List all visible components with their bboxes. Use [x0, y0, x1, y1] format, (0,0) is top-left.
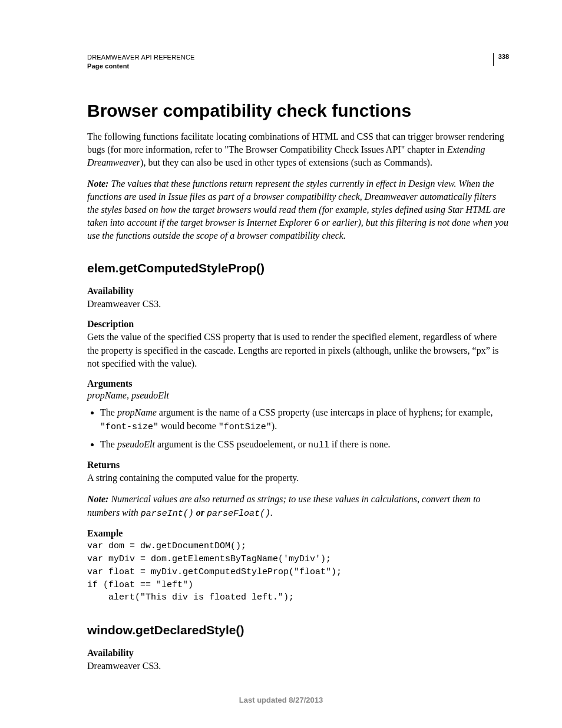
- intro-paragraph: The following functions facilitate locat…: [87, 130, 509, 169]
- intro-note: Note: The values that these functions re…: [87, 177, 509, 242]
- page-footer: Last updated 8/27/2013: [0, 696, 562, 704]
- func1-note-b: parseInt(): [141, 509, 194, 519]
- page-title: Browser compatibility check functions: [87, 101, 509, 121]
- section-name: Page content: [87, 62, 493, 71]
- arg1-e: would become: [158, 421, 219, 431]
- arg2-b: pseudoElt: [117, 439, 155, 449]
- func1-returns-heading: Returns: [87, 460, 509, 470]
- func1-example-code: var dom = dw.getDocumentDOM(); var myDiv…: [87, 540, 509, 604]
- intro-text-c: ), but they can also be used in other ty…: [140, 157, 432, 167]
- func1-description-value: Gets the value of the specified CSS prop…: [87, 331, 509, 370]
- func2-availability-heading: Availability: [87, 648, 509, 658]
- page-header: DREAMWEAVER API REFERENCE Page content 3…: [87, 53, 509, 71]
- arg2-c: argument is the CSS pseudoelement, or: [155, 439, 308, 449]
- note-body: The values that these functions return r…: [87, 179, 508, 241]
- arg2-e: if there is none.: [329, 439, 391, 449]
- page-number: 338: [498, 53, 509, 60]
- func1-note-c: or: [194, 508, 207, 518]
- func1-arg1: The propName argument is the name of a C…: [100, 406, 509, 434]
- arg1-g: ).: [272, 421, 277, 431]
- func1-arguments-heading: Arguments: [87, 378, 509, 389]
- func1-note: Note: Numerical values are also returned…: [87, 493, 509, 520]
- func1-availability-value: Dreamweaver CS3.: [87, 298, 509, 311]
- func1-arg2: The pseudoElt argument is the CSS pseudo…: [100, 437, 509, 452]
- func1-note-label: Note:: [87, 494, 108, 504]
- func2-title: window.getDeclaredStyle(): [87, 623, 509, 637]
- func1-title: elem.getComputedStyleProp(): [87, 261, 509, 275]
- func1-returns-value: A string containing the computed value f…: [87, 472, 509, 485]
- func1-arguments-line: propName, pseudoElt: [87, 390, 509, 401]
- func1-arguments-list: The propName argument is the name of a C…: [87, 406, 509, 452]
- doc-title: DREAMWEAVER API REFERENCE: [87, 53, 493, 62]
- func1-availability-heading: Availability: [87, 286, 509, 297]
- arg1-c: argument is the name of a CSS property (…: [157, 407, 493, 417]
- func2-availability-value: Dreamweaver CS3.: [87, 660, 509, 673]
- arg2-d: null: [308, 440, 329, 450]
- page-number-container: 338: [493, 53, 509, 66]
- note-label: Note:: [87, 179, 108, 189]
- func1-note-e: .: [270, 508, 273, 518]
- arg1-a: The: [100, 407, 117, 417]
- func1-note-d: parseFloat(): [207, 509, 270, 519]
- func1-example-heading: Example: [87, 528, 509, 539]
- func1-description-heading: Description: [87, 319, 509, 330]
- intro-text-a: The following functions facilitate locat…: [87, 131, 504, 154]
- arg1-f: "fontSize": [219, 422, 272, 432]
- arg2-a: The: [100, 439, 117, 449]
- arg1-b: propName: [117, 407, 157, 417]
- arg1-d: "font-size": [100, 422, 158, 432]
- header-left: DREAMWEAVER API REFERENCE Page content: [87, 53, 493, 71]
- page: DREAMWEAVER API REFERENCE Page content 3…: [0, 0, 562, 728]
